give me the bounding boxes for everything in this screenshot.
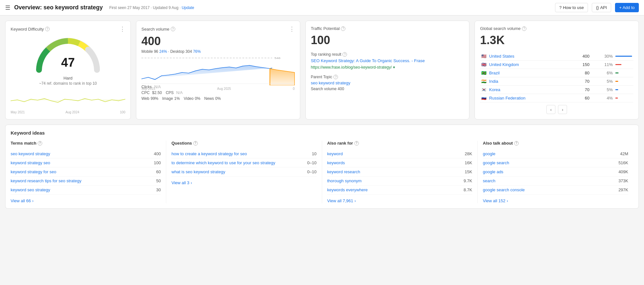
add-to-button[interactable]: + Add to (615, 3, 639, 12)
view-all-arrow-icon: › (32, 198, 34, 203)
keyword-link[interactable]: how to create a keyword strategy for seo (171, 151, 309, 156)
list-item: search 373K (483, 176, 628, 185)
gsv-card-title: Global search volume ? (480, 26, 526, 31)
ideas-grid: Terms match ? seo keyword strategy 400 k… (11, 141, 633, 203)
list-item: to determine which keyword to use for yo… (171, 158, 316, 167)
kd-sparkline: May 2021 Aug 2024 100 (11, 90, 125, 114)
list-item: keyword strategy for seo 60 (11, 167, 161, 176)
parent-topic-label: Parent Topic ? (311, 75, 464, 79)
questions-view-all[interactable]: View all 3 › (171, 180, 316, 185)
also-rank-for-view-all[interactable]: View all 7,961 › (327, 198, 472, 203)
list-item: how to create a keyword strategy for seo… (171, 149, 316, 158)
gsv-row: 🇺🇸 United States 400 30% (480, 52, 633, 61)
keyword-volume: 0–10 (307, 160, 317, 165)
sv-chart-labels: Sep 2015 Aug 2025 0 (141, 87, 295, 90)
terms-match-info-icon[interactable]: ? (38, 141, 42, 146)
gsv-country-cell[interactable]: Brazil (488, 69, 570, 77)
keyword-link[interactable]: keyword research (327, 169, 462, 174)
also-talk-about-title: Also talk about ? (483, 141, 628, 146)
gsv-next-button[interactable]: › (558, 105, 567, 114)
gsv-table: 🇺🇸 United States 400 30% 🇬🇧 United Kingd… (480, 52, 633, 102)
gsv-country-cell[interactable]: India (488, 77, 570, 86)
gsv-row: 🇰🇷 Korea 70 5% (480, 86, 633, 94)
keyword-link[interactable]: keyword strategy for seo (11, 169, 154, 174)
keyword-volume: 15K (465, 169, 472, 174)
gsv-pct-cell: 11% (591, 61, 614, 69)
gsv-country-cell[interactable]: United States (488, 52, 570, 61)
keyword-link[interactable]: google search console (483, 187, 616, 192)
keyword-link[interactable]: keyword research tips for seo strategy (11, 178, 154, 183)
gsv-row: 🇷🇺 Russian Federation 60 4% (480, 94, 633, 102)
terms-match-view-all[interactable]: View all 66 › (11, 198, 161, 203)
gsv-pct-cell: 4% (591, 94, 614, 102)
gsv-vol-cell: 70 (571, 86, 591, 94)
gsv-pct-cell: 30% (591, 52, 614, 61)
questions-info-icon[interactable]: ? (193, 141, 198, 146)
keyword-link[interactable]: google (483, 151, 618, 156)
menu-icon[interactable]: ☰ (5, 4, 10, 11)
questions-col: Questions ? how to create a keyword stra… (166, 141, 322, 203)
gsv-prev-button[interactable]: ‹ (546, 105, 555, 114)
sv-card: Search volume ? ⋮ 400 Mobile 96 24% · De… (136, 21, 300, 119)
gsv-pagination: ‹ › (480, 105, 633, 114)
also-rank-for-items: keyword 28K keywords 16K keyword researc… (327, 149, 472, 195)
keyword-link[interactable]: keyword (327, 151, 462, 156)
keyword-link[interactable]: keywords everywhere (327, 187, 461, 192)
page-title: Overview: seo keyword strategy (14, 4, 103, 11)
keyword-volume: 42M (620, 151, 628, 156)
top-ranking-link[interactable]: SEO Keyword Strategy: A Guide To Organic… (311, 58, 464, 64)
sv-card-menu[interactable]: ⋮ (289, 26, 295, 32)
also-talk-about-info-icon[interactable]: ? (514, 141, 519, 146)
sv-info-icon[interactable]: ? (171, 27, 175, 31)
keyword-volume: 60 (156, 169, 161, 174)
update-link[interactable]: Update (182, 5, 194, 10)
kd-card-header: Keyword Difficulty ? ⋮ (11, 26, 125, 32)
kd-card: Keyword Difficulty ? ⋮ 47 Hard (5, 21, 131, 119)
gsv-country-cell[interactable]: United Kingdom (488, 61, 570, 69)
also-rank-for-info-icon[interactable]: ? (354, 141, 359, 146)
gsv-bar-cell (614, 52, 633, 61)
gsv-country-cell[interactable]: Korea (488, 86, 570, 94)
gsv-bar-cell (614, 86, 633, 94)
svg-text:47: 47 (61, 56, 75, 69)
keyword-link[interactable]: search (483, 178, 616, 183)
keyword-link[interactable]: seo keyword strategy (11, 151, 151, 156)
keyword-link[interactable]: google search (483, 160, 616, 165)
top-ranking-section: Top ranking result ? SEO Keyword Strateg… (311, 52, 464, 70)
kd-sparkline-svg (11, 90, 125, 109)
dropdown-icon[interactable]: ▾ (393, 65, 395, 70)
list-item: keyword research tips for seo strategy 5… (11, 176, 161, 185)
keyword-link[interactable]: keywords (327, 160, 462, 165)
keyword-link[interactable]: what is seo keyword strategy (171, 169, 304, 174)
gsv-country-cell[interactable]: Russian Federation (488, 94, 570, 102)
keyword-volume: 400 (154, 151, 161, 156)
keyword-volume: 409K (619, 169, 628, 174)
parent-topic-info-icon[interactable]: ? (333, 75, 338, 79)
keyword-link[interactable]: keyword seo strategy (11, 187, 154, 192)
kd-info-icon[interactable]: ? (45, 27, 50, 31)
sv-distribution-row: Web 99% Image 1% Video 0% News 0% (141, 96, 295, 101)
list-item: keyword research 15K (327, 167, 472, 176)
gsv-vol-cell: 70 (571, 77, 591, 86)
gsv-flag-cell: 🇬🇧 (480, 61, 488, 69)
gsv-row: 🇬🇧 United Kingdom 150 11% (480, 61, 633, 69)
keyword-link[interactable]: google ads (483, 169, 616, 174)
tp-info-icon[interactable]: ? (341, 26, 345, 31)
keyword-link[interactable]: to determine which keyword to use for yo… (171, 160, 304, 165)
keyword-link[interactable]: thorough synonym (327, 178, 461, 183)
list-item: keywords everywhere 8.7K (327, 185, 472, 195)
how-to-use-button[interactable]: ? How to use (555, 3, 588, 12)
keyword-link[interactable]: keyword strategy seo (11, 160, 151, 165)
also-talk-about-view-all[interactable]: View all 152 › (483, 198, 628, 203)
kd-card-menu[interactable]: ⋮ (120, 26, 125, 32)
top-ranking-url: https://www.frase.io/blog/seo-keyword-st… (311, 65, 464, 70)
top-ranking-info-icon[interactable]: ? (342, 52, 347, 57)
api-button[interactable]: {} API (592, 3, 611, 12)
question-icon: ? (559, 5, 562, 10)
sv-cpc-row: CPC $2.50 CPS N/A (141, 90, 295, 95)
gsv-info-icon[interactable]: ? (522, 26, 526, 31)
sv-card-header: Search volume ? ⋮ (141, 26, 295, 32)
parent-topic-link[interactable]: seo keyword strategy (311, 81, 464, 85)
gsv-flag-cell: 🇮🇳 (480, 77, 488, 86)
keyword-volume: 373K (619, 178, 628, 183)
